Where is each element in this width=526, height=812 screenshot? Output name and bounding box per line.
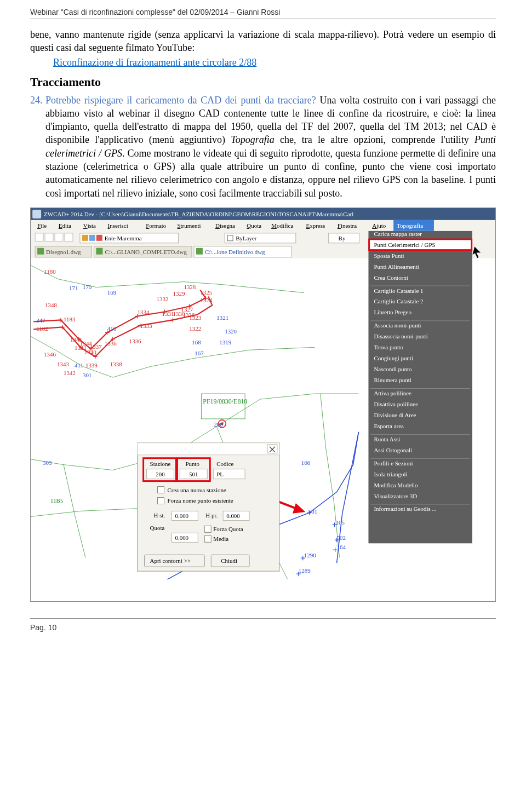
svg-text:Quota: Quota [150, 525, 165, 531]
svg-rect-22 [55, 233, 63, 241]
svg-text:Divisione di Aree: Divisione di Aree [374, 412, 416, 418]
svg-text:1336: 1336 [105, 340, 117, 347]
cad-screenshot: ZWCAD+ 2014 Dev - [C:\Users\Gianni\Docum… [30, 208, 496, 602]
svg-text:Profili e Sezioni: Profili e Sezioni [374, 460, 413, 467]
svg-text:1183: 1183 [64, 316, 76, 323]
svg-text:Disegna: Disegna [215, 222, 235, 229]
svg-text:ByLayer: ByLayer [236, 235, 257, 241]
svg-text:Ente Maremma: Ente Maremma [105, 235, 142, 241]
svg-text:1180: 1180 [44, 268, 56, 275]
svg-text:Quota: Quota [247, 222, 261, 229]
svg-text:Punti Allineamenti: Punti Allineamenti [374, 263, 419, 270]
svg-text:Crea una nuova stazione: Crea una nuova stazione [167, 487, 226, 493]
svg-text:PL: PL [216, 471, 224, 477]
svg-text:Crea Contorni: Crea Contorni [374, 274, 408, 281]
svg-rect-193 [204, 526, 211, 532]
svg-text:1348: 1348 [45, 302, 57, 308]
svg-text:1324: 1324 [200, 296, 212, 303]
svg-text:171: 171 [69, 285, 78, 291]
svg-text:Inserisci: Inserisci [108, 222, 128, 229]
svg-text:1323: 1323 [189, 314, 201, 321]
svg-rect-26 [89, 235, 95, 241]
item-number: 24. [30, 94, 43, 107]
svg-text:Finestra: Finestra [338, 222, 357, 229]
svg-text:Strumenti: Strumenti [177, 222, 201, 229]
svg-text:1336: 1336 [129, 338, 141, 344]
svg-text:1342: 1342 [64, 370, 76, 376]
svg-text:Carica mappa raster: Carica mappa raster [374, 231, 422, 237]
svg-text:Media: Media [213, 535, 228, 542]
svg-text:Isola triangoli: Isola triangoli [374, 471, 407, 477]
svg-text:H pr.: H pr. [205, 512, 218, 519]
svg-text:1289: 1289 [299, 567, 311, 574]
svg-text:Visualizzatore 3D: Visualizzatore 3D [374, 492, 417, 499]
svg-text:Stazione: Stazione [150, 460, 171, 467]
svg-text:303: 303 [43, 459, 52, 466]
svg-text:Sposta Punti: Sposta Punti [374, 252, 404, 259]
svg-text:1290: 1290 [304, 552, 316, 558]
svg-text:Topografia: Topografia [397, 222, 423, 229]
svg-text:PF19/0830/E810: PF19/0830/E810 [203, 398, 247, 405]
svg-text:Vista: Vista [83, 222, 96, 229]
svg-text:1333: 1333 [140, 323, 152, 329]
svg-rect-180 [158, 487, 164, 493]
svg-rect-21 [45, 233, 53, 241]
answer-part2: che, tra le altre opzioni, comprende l'u… [275, 134, 474, 145]
svg-text:Congiungi punti: Congiungi punti [374, 355, 413, 361]
svg-text:1319: 1319 [219, 339, 231, 345]
svg-text:Express: Express [306, 222, 325, 229]
svg-text:1340: 1340 [84, 349, 96, 355]
svg-text:Codice: Codice [216, 460, 233, 467]
svg-text:ZWCAD+ 2014 Dev - [C:\Users\Gi: ZWCAD+ 2014 Dev - [C:\Users\Gianni\Docum… [44, 211, 353, 217]
svg-rect-38 [96, 248, 102, 255]
svg-text:Disassocia nomi-punti: Disassocia nomi-punti [374, 333, 427, 339]
svg-text:0.000: 0.000 [175, 512, 188, 519]
svg-rect-150 [370, 388, 470, 389]
svg-text:410: 410 [107, 325, 117, 332]
svg-text:1346: 1346 [44, 351, 56, 358]
svg-rect-41 [196, 248, 203, 255]
svg-rect-1 [32, 210, 41, 218]
svg-rect-155 [370, 434, 470, 435]
svg-text:Punto: Punto [185, 460, 199, 467]
svg-text:200: 200 [214, 421, 223, 428]
svg-text:Libretto Pregeo: Libretto Pregeo [374, 309, 411, 315]
page-header: Webinar "Casi di riconfinazioni compless… [30, 0, 496, 19]
svg-rect-20 [35, 233, 43, 241]
numbered-item-24: 24. Potrebbe rispiegare il caricamento d… [30, 94, 496, 200]
svg-rect-23 [65, 233, 73, 241]
svg-text:1182: 1182 [36, 325, 48, 332]
svg-text:Apri contorni >>: Apri contorni >> [150, 557, 191, 564]
answer-italic-topografia: Topografia [231, 134, 274, 145]
svg-rect-167 [138, 443, 279, 455]
svg-text:Punti Celerimetrici / GPS: Punti Celerimetrici / GPS [374, 241, 435, 248]
svg-text:Assi Ortogonali: Assi Ortogonali [374, 447, 412, 453]
svg-text:Esporta area: Esporta area [374, 423, 404, 429]
svg-text:Modifica: Modifica [271, 222, 293, 229]
link-youtube[interactable]: Riconfinazione di frazionamenti ante cir… [53, 57, 496, 68]
svg-text:1321: 1321 [216, 314, 228, 321]
svg-text:Nascondi punto: Nascondi punto [374, 366, 412, 372]
svg-text:Cartiglio Catastale 1: Cartiglio Catastale 1 [374, 287, 423, 294]
svg-text:1322: 1322 [189, 325, 201, 332]
svg-text:Disattiva polilinee: Disattiva polilinee [374, 401, 418, 407]
svg-text:1338: 1338 [110, 361, 122, 367]
svg-text:0.000: 0.000 [226, 512, 240, 519]
svg-text:Attiva polilinee: Attiva polilinee [374, 390, 411, 396]
svg-text:H st.: H st. [154, 512, 165, 519]
svg-rect-182 [158, 497, 164, 504]
svg-text:Cartiglio Catastale 2: Cartiglio Catastale 2 [374, 298, 423, 304]
svg-text:168: 168 [192, 339, 201, 345]
svg-text:1343: 1343 [57, 361, 69, 367]
page-footer: Pag. 10 [30, 618, 496, 632]
svg-text:1334: 1334 [138, 309, 150, 315]
svg-text:170: 170 [83, 284, 92, 290]
svg-text:167: 167 [195, 350, 204, 356]
svg-text:C:\...ione Definitivo.dwg: C:\...ione Definitivo.dwg [205, 249, 265, 255]
svg-text:1332: 1332 [157, 295, 169, 302]
svg-text:166: 166 [301, 459, 311, 466]
svg-text:Edita: Edita [59, 222, 71, 229]
svg-text:Disegno1.dwg: Disegno1.dwg [46, 249, 81, 255]
svg-rect-143 [370, 320, 470, 321]
svg-rect-25 [82, 235, 88, 241]
